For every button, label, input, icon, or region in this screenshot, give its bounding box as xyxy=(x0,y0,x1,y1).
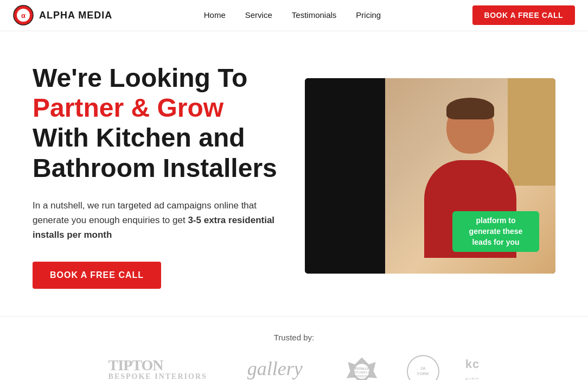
nav-pricing[interactable]: Pricing xyxy=(356,10,381,20)
trusted-logos: TIPTON BESPOKE INTERIORS KITCHENS · BATH… xyxy=(33,355,555,380)
hero-section: We're Looking To Partner & Grow With Kit… xyxy=(0,30,588,316)
nav-home[interactable]: Home xyxy=(204,10,226,20)
nav-service[interactable]: Service xyxy=(245,10,272,20)
svg-text:TOTALLY: TOTALLY xyxy=(354,367,369,370)
gallery-logo: gallery KITCHENS & BATHROOMS xyxy=(233,355,317,380)
svg-text:BATHROOMS: BATHROOMS xyxy=(354,375,370,378)
totally-logo: TOTALLY KITCHENS & BATHROOMS xyxy=(343,355,381,380)
svg-text:α: α xyxy=(21,11,25,20)
navbar: α ALPHA MEDIA Home Service Testimonials … xyxy=(0,0,588,30)
svg-text:KITCHENS &: KITCHENS & xyxy=(354,372,370,375)
nav-links: Home Service Testimonials Pricing xyxy=(204,10,381,20)
video-caption: platform to generate these leads for you xyxy=(452,211,539,252)
book-call-hero-button[interactable]: BOOK A FREE CALL xyxy=(33,262,161,289)
hero-title-part2: With Kitchen and Bathroom Installers xyxy=(33,123,277,182)
hero-text-block: We're Looking To Partner & Grow With Kit… xyxy=(33,63,283,289)
hero-title-part1: We're Looking To xyxy=(33,64,247,92)
logo-text: ALPHA MEDIA xyxy=(39,10,112,21)
trusted-section: Trusted by: TIPTON BESPOKE INTERIORS KIT… xyxy=(0,316,588,380)
hero-video[interactable]: platform to generate these leads for you xyxy=(305,78,555,274)
hero-title-highlight: Partner & Grow xyxy=(33,93,223,122)
york-logo: JAYORK xyxy=(407,355,439,380)
trusted-label: Trusted by: xyxy=(33,333,555,342)
logo-icon: α xyxy=(13,5,34,26)
kitch-logo: kcKITC xyxy=(465,355,480,380)
logo-link[interactable]: α ALPHA MEDIA xyxy=(13,5,112,26)
hero-title: We're Looking To Partner & Grow With Kit… xyxy=(33,63,283,183)
hero-description: In a nutshell, we run targeted ad campai… xyxy=(33,198,283,243)
tipton-logo: TIPTON BESPOKE INTERIORS KITCHENS · BATH… xyxy=(108,355,207,380)
york-logo-text: JAYORK xyxy=(407,355,439,380)
nav-testimonials[interactable]: Testimonials xyxy=(292,10,337,20)
book-call-nav-button[interactable]: BOOK A FREE CALL xyxy=(472,5,575,25)
